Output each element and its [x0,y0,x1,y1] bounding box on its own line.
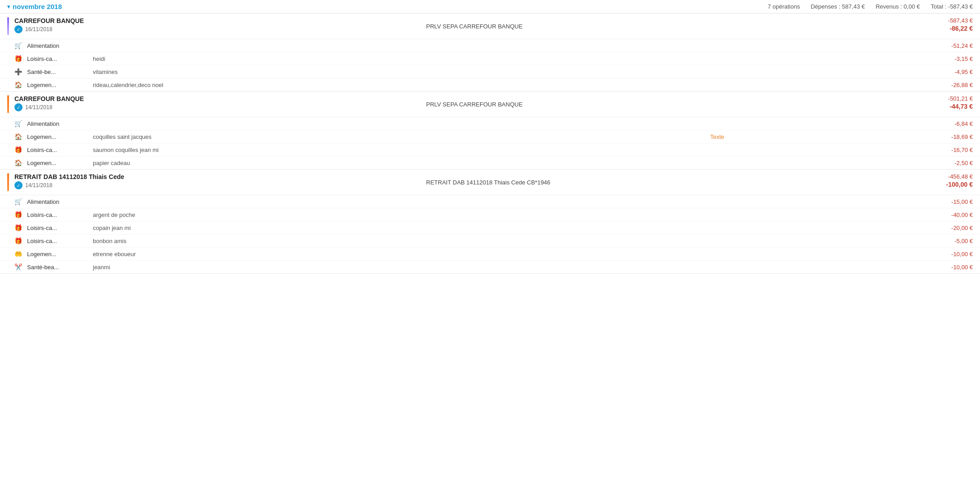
sub-amount: -15,00 € [928,198,973,205]
tx-amount: -44,73 € [950,103,973,110]
tx-name-row: CARREFOUR BANQUE [14,17,419,24]
tx-date-row: ✓16/11/2018 [14,25,419,33]
category-icon: 🎁 [14,237,27,244]
sub-category: Alimentation [27,42,86,49]
sub-amount: -10,00 € [928,251,973,257]
tx-check-icon[interactable]: ✓ [14,25,23,33]
sub-amount: -40,00 € [928,211,973,218]
sub-amount: -10,00 € [928,264,973,271]
sub-amount: -3,15 € [928,55,973,62]
tx-check-icon[interactable]: ✓ [14,181,23,189]
sub-items-0: 🛒Alimentation-51,24 €🎁Loisirs-ca...heidi… [0,39,980,91]
month-title[interactable]: ▾ novembre 2018 [7,3,62,10]
transaction-group-1: CARREFOUR BANQUE✓14/11/2018PRLV SEPA CAR… [0,92,980,170]
chevron-icon: ▾ [7,4,10,10]
sub-category: Logemen... [27,82,86,88]
tx-amounts: -501,21 €-44,73 € [919,95,973,113]
tx-amount: -100,00 € [946,181,973,188]
tx-description: PRLV SEPA CARREFOUR BANQUE [419,95,919,113]
category-icon: 🛒 [14,42,27,49]
sub-items-1: 🛒Alimentation-6,84 €🏠Logemen...coquilles… [0,117,980,169]
tx-bar [7,173,9,191]
category-icon: 🛒 [14,120,27,127]
category-icon: 🛒 [14,198,27,205]
tx-header-2[interactable]: RETRAIT DAB 14112018 Thiais Cede✓14/11/2… [0,170,980,195]
tx-header-0[interactable]: CARREFOUR BANQUE✓16/11/2018PRLV SEPA CAR… [0,14,980,39]
tx-amounts: -456,48 €-100,00 € [919,173,973,191]
total-stat: Total : -587,43 € [931,3,973,10]
category-icon: 🎁 [14,224,27,231]
texte-label: Texte [507,133,928,140]
sub-category: Logemen... [27,133,86,140]
sub-amount: -6,84 € [928,120,973,127]
tx-amount: -86,22 € [950,25,973,32]
month-header: ▾ novembre 2018 7 opérations Dépenses : … [0,0,980,14]
tx-name-row: CARREFOUR BANQUE [14,95,419,102]
transaction-group-2: RETRAIT DAB 14112018 Thiais Cede✓14/11/2… [0,170,980,274]
tx-main: CARREFOUR BANQUE✓14/11/2018 [14,95,419,113]
category-icon: 🎁 [14,211,27,218]
sub-desc: bonbon amis [86,238,928,244]
tx-name: CARREFOUR BANQUE [14,95,84,102]
list-item[interactable]: ➕Santé-be...vitamines-4,95 € [0,65,980,78]
sub-amount: -51,24 € [928,42,973,49]
revenus-stat: Revenus : 0,00 € [875,3,920,10]
tx-date-row: ✓14/11/2018 [14,181,419,189]
sub-category: Santé-be... [27,69,86,75]
category-icon: 🎁 [14,146,27,153]
list-item[interactable]: ✂️Santé-bea...jeanmi-10,00 € [0,261,980,273]
transaction-group-0: CARREFOUR BANQUE✓16/11/2018PRLV SEPA CAR… [0,14,980,92]
tx-bar [7,95,9,113]
list-item[interactable]: 🎁Loisirs-ca...argent de poche-40,00 € [0,208,980,221]
sub-category: Alimentation [27,120,86,127]
list-item[interactable]: 🎁Loisirs-ca...heidi-3,15 € [0,52,980,65]
sub-desc: jeanmi [86,264,928,271]
list-item[interactable]: 🏠Logemen...rideau,calendrier,deco noel-2… [0,78,980,91]
tx-description: PRLV SEPA CARREFOUR BANQUE [419,17,919,35]
sub-amount: -26,88 € [928,82,973,88]
tx-date-row: ✓14/11/2018 [14,103,419,111]
list-item[interactable]: 🎁Loisirs-ca...saumon coquilles jean mi-1… [0,143,980,156]
category-icon: 🤲 [14,250,27,257]
tx-main: CARREFOUR BANQUE✓16/11/2018 [14,17,419,35]
tx-description: RETRAIT DAB 14112018 Thiais Cede CB*1946 [419,173,919,191]
operations-count: 7 opérations [768,3,800,10]
list-item[interactable]: 🎁Loisirs-ca...bonbon amis-5,00 € [0,234,980,248]
list-item[interactable]: 🛒Alimentation-51,24 € [0,39,980,52]
tx-header-1[interactable]: CARREFOUR BANQUE✓14/11/2018PRLV SEPA CAR… [0,92,980,117]
sub-desc: heidi [86,55,928,62]
tx-balance: -456,48 € [948,173,973,180]
month-stats: 7 opérations Dépenses : 587,43 € Revenus… [768,3,973,10]
tx-check-icon[interactable]: ✓ [14,103,23,111]
category-icon: ➕ [14,68,27,75]
list-item[interactable]: 🏠Logemen...papier cadeau-2,50 € [0,156,980,169]
tx-name: RETRAIT DAB 14112018 Thiais Cede [14,173,124,180]
list-item[interactable]: 🏠Logemen...coquilles saint jacquesTexte-… [0,130,980,143]
sub-desc: papier cadeau [86,160,928,166]
category-icon: 🏠 [14,159,27,166]
sub-desc: saumon coquilles jean mi [86,147,928,153]
tx-date: 16/11/2018 [25,26,52,32]
sub-category: Logemen... [27,251,86,257]
sub-category: Logemen... [27,160,86,166]
tx-balance: -587,43 € [948,17,973,24]
category-icon: 🏠 [14,81,27,88]
tx-name-row: RETRAIT DAB 14112018 Thiais Cede [14,173,419,180]
sub-amount: -16,70 € [928,147,973,153]
sub-category: Loisirs-ca... [27,147,86,153]
tx-balance: -501,21 € [948,95,973,102]
category-icon: ✂️ [14,263,27,271]
list-item[interactable]: 🎁Loisirs-ca...copain jean mi-20,00 € [0,221,980,234]
tx-date: 14/11/2018 [25,182,52,188]
sub-amount: -5,00 € [928,238,973,244]
sub-amount: -2,50 € [928,160,973,166]
list-item[interactable]: 🛒Alimentation-6,84 € [0,117,980,130]
sub-desc: copain jean mi [86,225,928,231]
sub-category: Loisirs-ca... [27,238,86,244]
depenses-stat: Dépenses : 587,43 € [811,3,865,10]
sub-desc: etrenne eboueur [86,251,928,257]
sub-category: Loisirs-ca... [27,225,86,231]
list-item[interactable]: 🤲Logemen...etrenne eboueur-10,00 € [0,248,980,261]
list-item[interactable]: 🛒Alimentation-15,00 € [0,195,980,208]
sub-category: Alimentation [27,198,86,205]
